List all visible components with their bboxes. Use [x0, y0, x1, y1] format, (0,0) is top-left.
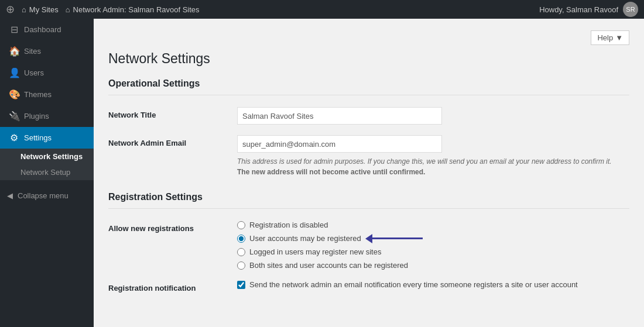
collapse-icon: ◀ [7, 191, 13, 200]
sidebar-item-sites[interactable]: 🏠 Sites [0, 40, 94, 62]
sidebar: ⊟ Dashboard 🏠 Sites 👤 Users 🎨 Themes 🔌 P… [0, 19, 94, 327]
network-admin-email-row: Network Admin Email This address is used… [108, 135, 629, 177]
radio-user-accounts[interactable] [237, 235, 245, 243]
home-icon: ⌂ [22, 5, 26, 14]
operational-settings-section: Operational Settings Network Title Netwo… [108, 78, 629, 177]
admin-bar-right: Howdy, Salman Ravoof SR [539, 2, 638, 17]
collapse-menu-button[interactable]: ◀ Collapse menu [0, 186, 94, 205]
sidebar-item-dashboard[interactable]: ⊟ Dashboard [0, 19, 94, 40]
allow-new-registrations-field: Registration is disabled User accounts m… [237, 221, 629, 270]
help-button[interactable]: Help ▼ [591, 30, 629, 45]
themes-icon: 🎨 [9, 89, 19, 100]
operational-settings-title: Operational Settings [108, 78, 629, 95]
radio-item-user-accounts[interactable]: User accounts may be registered [237, 234, 629, 243]
network-admin-link[interactable]: ⌂ Network Admin: Salman Ravoof Sites [66, 5, 200, 14]
arrow-annotation [365, 237, 423, 239]
help-chevron-icon: ▼ [615, 33, 623, 42]
radio-item-both[interactable]: Both sites and user accounts can be regi… [237, 261, 629, 270]
registration-settings-section: Registration Settings Allow new registra… [108, 192, 629, 292]
page-title: Network Settings [108, 51, 629, 67]
network-admin-email-input[interactable] [237, 135, 442, 153]
arrow-line [370, 237, 423, 239]
network-admin-email-description: This address is used for admin purposes.… [237, 156, 612, 177]
registration-notification-row: Registration notification Send the netwo… [108, 280, 629, 292]
radio-logged-in-sites[interactable] [237, 248, 245, 256]
network-title-input[interactable] [237, 107, 442, 125]
network-title-label: Network Title [108, 107, 237, 119]
layout: ⊟ Dashboard 🏠 Sites 👤 Users 🎨 Themes 🔌 P… [0, 19, 644, 327]
radio-both[interactable] [237, 261, 245, 270]
avatar[interactable]: SR [623, 2, 638, 17]
sidebar-item-plugins[interactable]: 🔌 Plugins [0, 105, 94, 127]
sites-icon: 🏠 [9, 46, 19, 57]
allow-new-registrations-row: Allow new registrations Registration is … [108, 221, 629, 270]
network-title-field [237, 107, 629, 125]
registration-notification-checkbox-label[interactable]: Send the network admin an email notifica… [237, 280, 629, 289]
registration-radio-group: Registration is disabled User accounts m… [237, 221, 629, 270]
settings-icon: ⚙ [9, 132, 19, 143]
users-icon: 👤 [9, 67, 19, 78]
network-admin-email-label: Network Admin Email [108, 135, 237, 147]
registration-notification-label: Registration notification [108, 280, 237, 292]
registration-settings-title: Registration Settings [108, 192, 629, 209]
radio-item-disabled[interactable]: Registration is disabled [237, 221, 629, 229]
my-sites-menu[interactable]: ⌂ My Sites [22, 5, 59, 14]
howdy-text: Howdy, Salman Ravoof [539, 5, 618, 14]
sidebar-sub-item-network-setup[interactable]: Network Setup [0, 164, 94, 180]
sidebar-item-users[interactable]: 👤 Users [0, 62, 94, 84]
plugins-icon: 🔌 [9, 111, 19, 122]
help-bar: Help ▼ [108, 30, 629, 45]
sidebar-sub-item-network-settings[interactable]: Network Settings [0, 149, 94, 164]
radio-disabled[interactable] [237, 221, 245, 229]
radio-item-logged-in-sites[interactable]: Logged in users may register new sites [237, 247, 629, 256]
registration-notification-field: Send the network admin an email notifica… [237, 280, 629, 289]
wp-logo-icon[interactable]: ⊕ [6, 3, 15, 16]
network-admin-email-field: This address is used for admin purposes.… [237, 135, 629, 177]
registration-notification-checkbox[interactable] [237, 281, 245, 289]
sidebar-item-themes[interactable]: 🎨 Themes [0, 84, 94, 105]
sidebar-submenu: Network Settings Network Setup [0, 149, 94, 180]
admin-bar: ⊕ ⌂ My Sites ⌂ Network Admin: Salman Rav… [0, 0, 644, 19]
main-content: Help ▼ Network Settings Operational Sett… [94, 19, 644, 327]
dashboard-icon: ⊟ [9, 24, 19, 35]
network-icon: ⌂ [66, 5, 70, 14]
network-title-row: Network Title [108, 107, 629, 125]
allow-new-registrations-label: Allow new registrations [108, 221, 237, 233]
sidebar-item-settings[interactable]: ⚙ Settings [0, 127, 94, 149]
